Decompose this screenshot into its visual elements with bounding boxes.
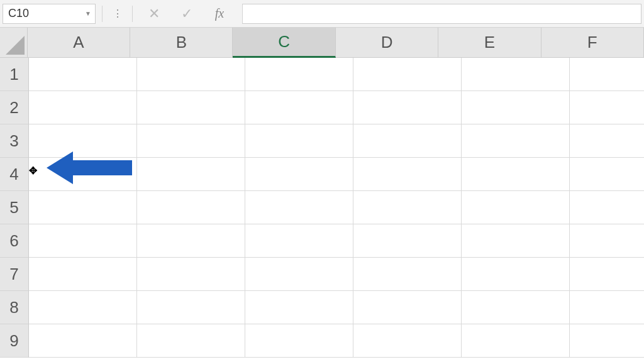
column-header-e[interactable]: E (438, 28, 541, 58)
row-header-1[interactable]: 1 (0, 58, 29, 91)
cell[interactable] (462, 191, 570, 224)
grip-dots-icon[interactable]: ⋮ (109, 8, 126, 19)
cell[interactable] (353, 191, 462, 224)
cell-row (29, 58, 644, 91)
cell[interactable] (353, 258, 462, 291)
cell[interactable] (245, 291, 353, 324)
cell[interactable] (570, 158, 644, 191)
separator (102, 6, 103, 22)
cell[interactable] (29, 158, 137, 191)
cell-row (29, 224, 644, 258)
cell[interactable] (353, 324, 462, 358)
cell[interactable] (462, 124, 570, 158)
column-headers: A B C D E F (0, 28, 644, 58)
cell[interactable] (137, 91, 245, 124)
cell[interactable] (29, 324, 137, 358)
cell[interactable] (137, 58, 245, 91)
cell[interactable] (353, 224, 462, 258)
triangle-icon (6, 36, 25, 55)
row-header-7[interactable]: 7 (0, 258, 29, 291)
row-header-9[interactable]: 9 (0, 324, 29, 358)
cell[interactable] (137, 191, 245, 224)
cell[interactable] (137, 124, 245, 158)
cell[interactable] (462, 324, 570, 358)
spreadsheet: A B C D E F 1 2 3 4 5 6 7 8 9 (0, 28, 644, 362)
cell[interactable] (245, 58, 353, 91)
cell[interactable] (245, 91, 353, 124)
formula-bar: C10 ▼ ⋮ ✕ ✓ fx (0, 0, 644, 28)
grid-body: 1 2 3 4 5 6 7 8 9 (0, 58, 644, 362)
row-header-5[interactable]: 5 (0, 191, 29, 224)
cell[interactable] (462, 258, 570, 291)
cells-grid (29, 58, 644, 362)
column-header-d[interactable]: D (336, 28, 438, 58)
cell[interactable] (245, 258, 353, 291)
cell[interactable] (137, 324, 245, 358)
row-header-2[interactable]: 2 (0, 91, 29, 124)
cell[interactable] (353, 124, 462, 158)
cell[interactable] (570, 291, 644, 324)
cell-row (29, 291, 644, 324)
cell[interactable] (462, 291, 570, 324)
fx-icon: fx (215, 6, 224, 21)
row-header-4[interactable]: 4 (0, 158, 29, 191)
cell[interactable] (570, 258, 644, 291)
cell-row (29, 191, 644, 224)
column-header-a[interactable]: A (28, 28, 130, 58)
row-headers: 1 2 3 4 5 6 7 8 9 (0, 58, 29, 362)
cell[interactable] (570, 224, 644, 258)
cell[interactable] (29, 224, 137, 258)
enter-button: ✓ (172, 4, 202, 24)
cell-row (29, 258, 644, 291)
cell[interactable] (137, 158, 245, 191)
cancel-button: ✕ (139, 4, 169, 24)
cell[interactable] (29, 124, 137, 158)
cell-row (29, 91, 644, 124)
dropdown-icon[interactable]: ▼ (85, 10, 91, 17)
column-header-f[interactable]: F (541, 28, 644, 58)
cell[interactable] (353, 58, 462, 91)
cell[interactable] (29, 191, 137, 224)
row-header-8[interactable]: 8 (0, 291, 29, 324)
check-icon: ✓ (181, 6, 192, 22)
column-header-c[interactable]: C (233, 28, 335, 58)
cell[interactable] (570, 91, 644, 124)
cell[interactable] (570, 191, 644, 224)
cell-row (29, 124, 644, 158)
cell[interactable] (245, 191, 353, 224)
cell[interactable] (29, 258, 137, 291)
cell[interactable] (353, 91, 462, 124)
select-all-corner[interactable] (0, 28, 28, 58)
cell[interactable] (570, 324, 644, 358)
cell[interactable] (29, 58, 137, 91)
cell[interactable] (462, 158, 570, 191)
cell[interactable] (570, 124, 644, 158)
name-box-value: C10 (8, 7, 29, 20)
cell[interactable] (353, 158, 462, 191)
row-header-6[interactable]: 6 (0, 224, 29, 258)
cell[interactable] (245, 158, 353, 191)
row-header-3[interactable]: 3 (0, 124, 29, 158)
insert-function-button[interactable]: fx (204, 4, 235, 24)
cell-row (29, 324, 644, 358)
cell-row (29, 158, 644, 191)
cell[interactable] (353, 291, 462, 324)
cell[interactable] (29, 91, 137, 124)
name-box[interactable]: C10 ▼ (3, 4, 96, 24)
formula-input[interactable] (242, 4, 641, 24)
cell[interactable] (245, 324, 353, 358)
cell[interactable] (462, 58, 570, 91)
cell[interactable] (462, 224, 570, 258)
separator (132, 6, 133, 22)
cell[interactable] (137, 291, 245, 324)
cell[interactable] (462, 91, 570, 124)
cell[interactable] (29, 291, 137, 324)
column-header-b[interactable]: B (130, 28, 233, 58)
cell[interactable] (137, 258, 245, 291)
cell[interactable] (570, 58, 644, 91)
cell[interactable] (245, 224, 353, 258)
cell[interactable] (137, 224, 245, 258)
cancel-icon: ✕ (148, 6, 160, 22)
cell[interactable] (245, 124, 353, 158)
